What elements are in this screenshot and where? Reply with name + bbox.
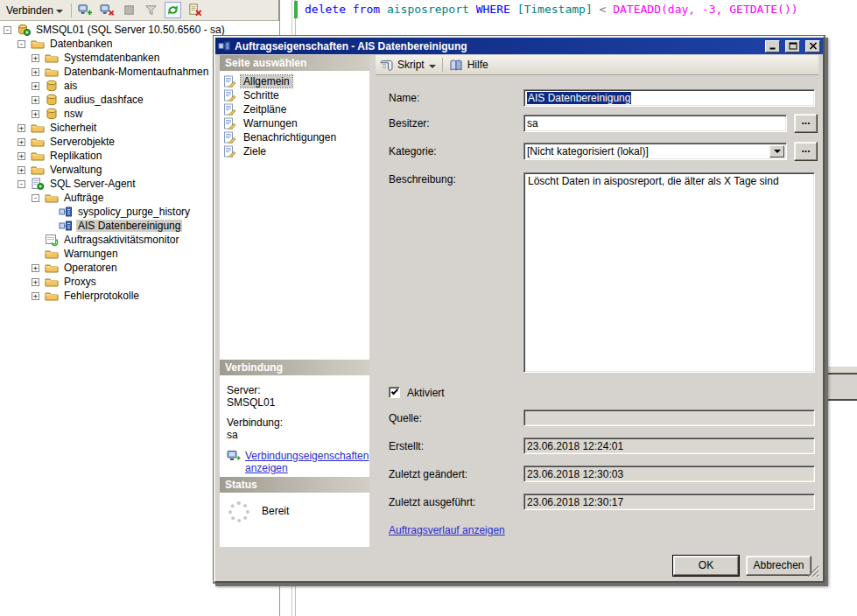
category-select[interactable]: [Nicht kategorisiert (lokal)]: [523, 143, 787, 160]
checkmark-icon: [391, 388, 398, 395]
database-icon: [45, 108, 59, 120]
editor-change-tracking-bar: [294, 1, 298, 18]
minimize-button[interactable]: [765, 40, 780, 52]
last-executed-label: Zuletzt ausgeführt:: [389, 496, 475, 508]
connect-button[interactable]: [77, 2, 94, 18]
expand-icon[interactable]: +: [32, 54, 39, 62]
help-button[interactable]: Hilfe: [467, 59, 488, 71]
tree-item-label: syspolicy_purge_history: [76, 206, 192, 218]
category-browse-button[interactable]: ...: [794, 142, 818, 161]
expand-icon[interactable]: +: [32, 96, 39, 104]
folder-icon: [45, 290, 59, 302]
owner-input[interactable]: sa: [523, 115, 787, 132]
name-input[interactable]: AIS Datenbereinigung: [523, 89, 815, 107]
expand-icon[interactable]: +: [32, 264, 39, 272]
disconnect-button[interactable]: [99, 2, 116, 18]
ok-button[interactable]: OK: [673, 556, 739, 576]
nav-item-benachrichtigungen[interactable]: Benachrichtigungen: [220, 130, 369, 144]
tree-item-label: Sicherheit: [48, 122, 98, 134]
nav-item-allgemein[interactable]: Allgemein: [220, 74, 369, 88]
select-page-header: Seite auswählen: [220, 55, 369, 71]
tree-item-label: Datenbanken: [48, 38, 114, 50]
script-dropdown-icon[interactable]: [429, 65, 436, 72]
tree-item-label: Systemdatenbanken: [62, 52, 161, 64]
tree-item-label: Datenbank-Momentaufnahmen: [62, 66, 210, 78]
cancel-button[interactable]: Abbrechen: [746, 556, 811, 576]
tree-item-label: Proxys: [62, 276, 98, 288]
expand-icon[interactable]: +: [32, 292, 39, 300]
folder-icon: [45, 276, 59, 288]
maximize-button[interactable]: [785, 40, 800, 52]
connect-dropdown-button[interactable]: Verbinden: [4, 2, 66, 19]
name-value: AIS Datenbereinigung: [527, 92, 631, 104]
collapse-icon[interactable]: -: [32, 194, 39, 202]
collapse-icon[interactable]: -: [18, 40, 25, 48]
owner-browse-button[interactable]: ...: [794, 114, 818, 133]
sql-token: delete from: [305, 3, 380, 16]
disable-job-button[interactable]: [186, 2, 203, 18]
script-button[interactable]: Skript: [397, 59, 425, 71]
server-label: Server:: [227, 384, 366, 396]
page-icon: [223, 131, 236, 144]
connection-properties-link[interactable]: Verbindungseigenschaften anzeigen: [245, 450, 362, 474]
page-icon: [223, 89, 236, 102]
sql-token: DATEADD(day, -3, GETDATE()): [606, 3, 797, 16]
nav-item-label: Benachrichtigungen: [241, 131, 339, 144]
object-explorer-toolbar: Verbinden: [0, 0, 279, 21]
expand-icon[interactable]: +: [18, 166, 25, 174]
folder-icon: [45, 262, 59, 274]
expand-icon[interactable]: +: [32, 278, 39, 286]
expand-icon[interactable]: +: [32, 68, 39, 76]
collapse-icon[interactable]: -: [18, 180, 25, 188]
database-icon: [45, 80, 59, 92]
expand-icon[interactable]: +: [18, 152, 25, 160]
filter-button[interactable]: [143, 2, 159, 18]
stop-button[interactable]: [121, 2, 137, 18]
resize-grip[interactable]: [807, 565, 819, 578]
last-executed-field: 23.06.2018 12:30:17: [523, 494, 815, 510]
tree-item-label: ais: [62, 80, 79, 92]
folder-icon: [45, 52, 59, 64]
nav-item-zeitpläne[interactable]: Zeitpläne: [220, 102, 369, 116]
job-icon: [59, 220, 73, 232]
dialog-titlebar[interactable]: Auftragseigenschaften - AIS Datenbereini…: [215, 38, 823, 54]
expand-icon[interactable]: +: [32, 82, 39, 90]
sql-token: aisposreport: [380, 3, 476, 16]
expand-icon[interactable]: +: [32, 110, 39, 118]
nav-item-schritte[interactable]: Schritte: [220, 88, 369, 102]
job-icon: [218, 40, 231, 52]
tree-item-label: Aufträge: [62, 192, 105, 204]
dialog-left-pane: Seite auswählen AllgemeinSchritteZeitplä…: [220, 55, 369, 545]
connect-dropdown-label: Verbinden: [6, 4, 53, 17]
status-text: Bereit: [262, 498, 289, 547]
chevron-down-icon: [56, 10, 63, 17]
progress-spinner-icon: [228, 501, 249, 522]
sql-token: WHERE: [476, 3, 510, 16]
close-button[interactable]: [805, 40, 820, 52]
category-dropdown-button[interactable]: [769, 145, 784, 158]
nav-item-label: Ziele: [241, 145, 269, 158]
collapse-icon[interactable]: -: [4, 26, 11, 34]
connection-value: sa: [227, 429, 366, 441]
dialog-toolbar: Skript Hilfe: [376, 55, 818, 75]
background-horizontal-splitter: [828, 373, 857, 401]
nav-item-label: Warnungen: [241, 117, 300, 130]
folder-icon: [31, 122, 45, 134]
folder-icon: [31, 164, 45, 176]
enabled-checkbox[interactable]: [389, 387, 400, 398]
nav-item-warnungen[interactable]: Warnungen: [220, 116, 369, 130]
refresh-button[interactable]: [165, 2, 181, 18]
sql-query-text[interactable]: delete from aisposreport WHERE [Timestam…: [305, 3, 798, 16]
expand-icon[interactable]: +: [18, 124, 25, 132]
nav-item-ziele[interactable]: Ziele: [220, 144, 369, 158]
job-history-link[interactable]: Auftragsverlauf anzeigen: [389, 524, 505, 536]
tree-item-label: Auftragsaktivitätsmonitor: [62, 234, 180, 246]
status-box: Bereit: [220, 493, 369, 547]
source-field: [523, 410, 815, 426]
expand-icon[interactable]: +: [18, 138, 25, 146]
dialog-body: Seite auswählen AllgemeinSchritteZeitplä…: [216, 55, 822, 580]
folder-icon: [45, 248, 59, 260]
status-header: Status: [220, 477, 369, 493]
connection-label: Verbindung:: [227, 416, 366, 429]
description-textarea[interactable]: Löscht Daten in aisposreport, die älter …: [523, 172, 815, 373]
